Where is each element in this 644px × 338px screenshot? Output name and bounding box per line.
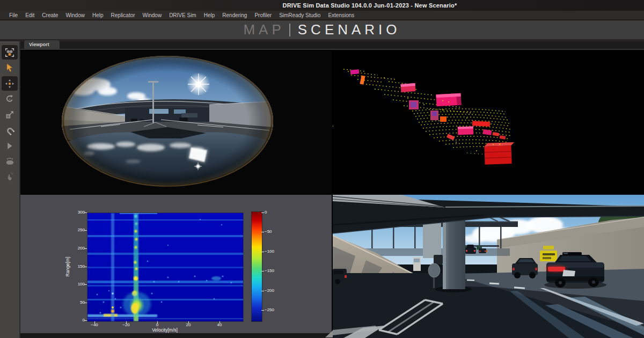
radar-ytick-50: 50: [71, 300, 85, 305]
cursor-arrow-icon: [4, 63, 15, 74]
menu-item-create[interactable]: Create: [38, 12, 62, 18]
menu-item-help[interactable]: Help: [89, 12, 107, 18]
select-mode-icon: [4, 47, 16, 58]
scale-icon: [5, 109, 15, 120]
cursor-select-button[interactable]: [2, 61, 18, 75]
radar-ytick-300: 300: [71, 210, 85, 215]
colorbar-tick-n250: −250: [265, 307, 283, 313]
app-window: DRIVE Sim Data Studio 104.0.0 Jun-01-202…: [0, 0, 644, 338]
radar-ytick-0: 0: [71, 318, 85, 323]
lidar-viewport[interactable]: [333, 51, 644, 194]
radar-ytick-150: 150: [71, 264, 85, 269]
viewport-area: 300 250 200 150 100 50 0 Range[m] −40 −2…: [20, 50, 644, 338]
menu-item-replicator[interactable]: Replicator: [107, 12, 139, 18]
rotate-icon: [4, 94, 15, 105]
swipe-hand-icon: [4, 171, 16, 182]
fisheye-camera-image: [20, 51, 332, 194]
scale-tool-button[interactable]: [2, 107, 18, 122]
radar-viewport[interactable]: 300 250 200 150 100 50 0 Range[m] −40 −2…: [20, 195, 332, 333]
radar-ylabel: Range[m]: [65, 251, 70, 283]
fisheye-camera-viewport[interactable]: [20, 51, 332, 194]
colorbar-tick-n150: −150: [265, 268, 283, 274]
play-icon: [5, 141, 14, 151]
menu-item-simready-studio[interactable]: SimReady Studio: [275, 12, 324, 18]
radar-heatmap-plot: [87, 212, 244, 322]
hands-icon: [4, 156, 16, 167]
radar-ytick-250: 250: [71, 227, 85, 233]
scene-render-viewport[interactable]: [333, 195, 644, 338]
map-mode-label[interactable]: MAP: [243, 21, 284, 38]
radar-ytick-100: 100: [71, 282, 85, 287]
window-title: DRIVE Sim Data Studio 104.0.0 Jun-01-202…: [282, 2, 457, 9]
colorbar-tick-n100: −100: [265, 249, 283, 254]
tool-sidebar: [0, 41, 20, 338]
lidar-point-cloud: [333, 51, 644, 194]
hand-gesture-button[interactable]: [2, 170, 18, 184]
menu-item-window[interactable]: Window: [62, 12, 89, 18]
title-bar: DRIVE Sim Data Studio 104.0.0 Jun-01-202…: [0, 0, 644, 11]
select-mode-button[interactable]: [2, 45, 18, 60]
menu-item-rendering[interactable]: Rendering: [218, 12, 251, 18]
mode-separator: [289, 24, 290, 36]
rotate-tool-button[interactable]: [2, 92, 18, 106]
menu-item-edit[interactable]: Edit: [21, 12, 38, 18]
colorbar-tick-0: 0: [265, 210, 283, 215]
colorbar-tick-n50: −50: [265, 229, 283, 234]
panel-resize-grip[interactable]: [325, 330, 333, 337]
menu-item-help-2[interactable]: Help: [200, 12, 219, 18]
radar-ytick-200: 200: [71, 246, 85, 251]
hand-manipulate-button[interactable]: [2, 154, 18, 168]
radar-panel-bottom-strip: [20, 333, 332, 338]
menu-item-window-2[interactable]: Window: [139, 12, 166, 18]
scene-render-image: [333, 195, 644, 338]
tab-viewport-label: Viewport: [29, 42, 49, 47]
scenario-mode-label[interactable]: SCENARIO: [298, 21, 401, 38]
menu-item-extensions[interactable]: Extensions: [324, 12, 358, 18]
play-button[interactable]: [2, 138, 18, 153]
colorbar-tick-n200: −200: [265, 288, 283, 293]
menu-item-drive-sim[interactable]: DRIVE Sim: [165, 12, 200, 18]
radar-xlabel: Velocity[m/s]: [133, 327, 197, 333]
mode-header: MAP SCENARIO: [0, 20, 644, 39]
magnet-icon: [4, 125, 15, 136]
menu-item-profiler[interactable]: Profiler: [251, 12, 275, 18]
move-icon: [4, 78, 15, 89]
tab-viewport[interactable]: Viewport: [24, 40, 60, 49]
move-tool-button[interactable]: [2, 76, 18, 91]
snap-tool-button[interactable]: [2, 123, 18, 137]
menu-item-file[interactable]: File: [5, 12, 21, 18]
radar-colorbar: [251, 211, 262, 322]
menu-bar: File Edit Create Window Help Replicator …: [0, 11, 644, 20]
radar-heatmap: [87, 213, 243, 321]
viewport-tab-bar: Viewport: [20, 41, 644, 50]
